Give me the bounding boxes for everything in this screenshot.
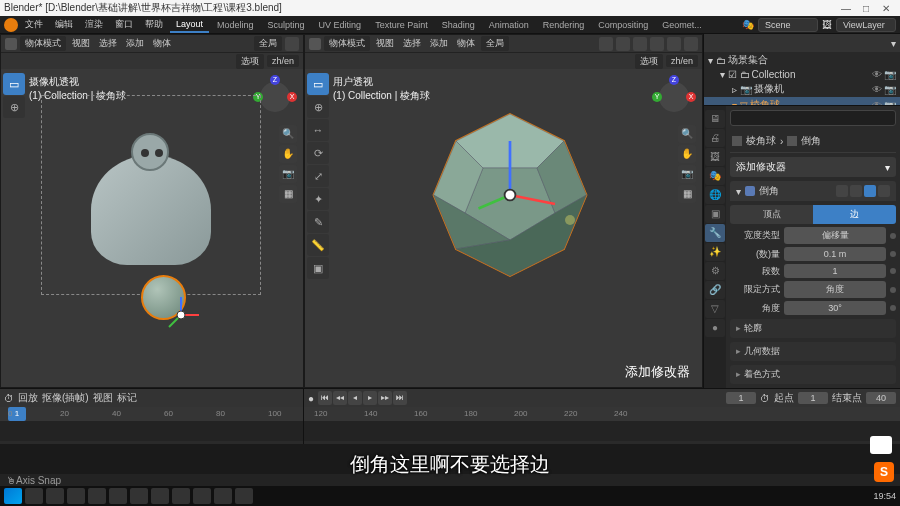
- vp-menu-object[interactable]: 物体: [150, 36, 174, 51]
- tool-scale[interactable]: ⤢: [307, 165, 329, 187]
- mode-select[interactable]: 物体模式: [324, 36, 370, 51]
- tab-modifier[interactable]: 🔧: [705, 224, 725, 242]
- outliner-scene-collection[interactable]: ▾ 🗀 场景集合: [704, 52, 900, 68]
- subpanel-geometry[interactable]: 几何数据: [730, 342, 896, 361]
- outliner[interactable]: ▾ ▾ 🗀 场景集合 ▾ ☑ 🗀 Collection 👁📷 ▹ 📷 摄像机 👁…: [704, 34, 900, 106]
- mode-select[interactable]: 物体模式: [20, 36, 66, 51]
- tool-rotate[interactable]: ⟳: [307, 142, 329, 164]
- scene-field[interactable]: Scene: [758, 18, 818, 32]
- mod-render-icon[interactable]: [864, 185, 876, 197]
- orient-select[interactable]: 全局: [254, 36, 282, 51]
- shade-solid-button[interactable]: [650, 37, 664, 51]
- render-icon[interactable]: 📷: [884, 69, 896, 80]
- tab-constraint[interactable]: 🔗: [705, 281, 725, 299]
- dopesheet[interactable]: ⏱ 回放 抠像(插帧) 视图 标记 1 0 20 40 60 80 100: [0, 389, 304, 444]
- tool-select[interactable]: ▭: [307, 73, 329, 95]
- tab-scene[interactable]: 🎭: [705, 167, 725, 185]
- vp-menu-select[interactable]: 选择: [400, 36, 424, 51]
- taskbar-app[interactable]: [172, 488, 190, 504]
- snap-button[interactable]: [285, 37, 299, 51]
- subpanel-profile[interactable]: 轮廓: [730, 319, 896, 338]
- vp-menu-add[interactable]: 添加: [123, 36, 147, 51]
- mod-menu-icon[interactable]: [878, 185, 890, 197]
- vp-menu-object[interactable]: 物体: [454, 36, 478, 51]
- viewlayer-field[interactable]: ViewLayer: [836, 18, 896, 32]
- taskbar-app[interactable]: [235, 488, 253, 504]
- taskbar-app[interactable]: [88, 488, 106, 504]
- tool-transform[interactable]: ✦: [307, 188, 329, 210]
- tool-select[interactable]: ▭: [3, 73, 25, 95]
- icosphere-main[interactable]: [415, 105, 605, 285]
- mod-edit-icon[interactable]: [836, 185, 848, 197]
- start-frame-field[interactable]: 1: [798, 392, 828, 404]
- tab-animation[interactable]: Animation: [483, 18, 535, 32]
- tab-layout[interactable]: Layout: [170, 17, 209, 33]
- taskbar-app[interactable]: [25, 488, 43, 504]
- seg-edge[interactable]: 边: [813, 205, 896, 224]
- tab-world[interactable]: 🌐: [705, 186, 725, 204]
- play-button[interactable]: ▸: [363, 391, 377, 405]
- timeline[interactable]: ● ⏮ ◂◂ ◂ ▸ ▸▸ ⏭ 1 ⏱ 起点 1 结束点 40 120 140 …: [304, 389, 900, 444]
- minimize-button[interactable]: —: [836, 3, 856, 14]
- tl-menu-playback[interactable]: 回放: [18, 391, 38, 405]
- lang-dd[interactable]: zh/en: [267, 55, 299, 67]
- clock-icon[interactable]: ⏱: [760, 393, 770, 404]
- tool-move[interactable]: ↔: [307, 119, 329, 141]
- tab-modeling[interactable]: Modeling: [211, 18, 260, 32]
- tab-particles[interactable]: ✨: [705, 243, 725, 261]
- tab-rendering[interactable]: Rendering: [537, 18, 591, 32]
- tool-measure[interactable]: 📏: [307, 234, 329, 256]
- nav-gizmo-right[interactable]: X Y Z: [652, 75, 696, 119]
- taskbar-app[interactable]: [193, 488, 211, 504]
- editor-type-icon[interactable]: ⏱: [4, 393, 14, 404]
- tab-physics[interactable]: ⚙: [705, 262, 725, 280]
- seg-vertex[interactable]: 顶点: [730, 205, 813, 224]
- taskbar-clock[interactable]: 19:54: [873, 491, 896, 501]
- zoom-button[interactable]: 🔍: [678, 125, 696, 143]
- tl-menu-marker[interactable]: 标记: [117, 391, 137, 405]
- tool-cursor[interactable]: ⊕: [307, 96, 329, 118]
- subpanel-shading[interactable]: 着色方式: [730, 365, 896, 384]
- viewport-right[interactable]: 物体模式 视图 选择 添加 物体 全局 选项 zh/en ▭ ⊕ ↔ ⟳ ⤢ ✦…: [304, 34, 703, 388]
- editor-type-icon[interactable]: [309, 38, 321, 50]
- options-dd[interactable]: 选项: [635, 54, 663, 69]
- lang-dd[interactable]: zh/en: [666, 55, 698, 67]
- overlay-button[interactable]: [599, 37, 613, 51]
- tab-geometry[interactable]: Geomet...: [656, 18, 708, 32]
- vp-menu-add[interactable]: 添加: [427, 36, 451, 51]
- orient-select[interactable]: 全局: [481, 36, 509, 51]
- taskbar-app[interactable]: [109, 488, 127, 504]
- persp-button[interactable]: ▦: [678, 185, 696, 203]
- tab-data[interactable]: ▽: [705, 300, 725, 318]
- visibility-icon[interactable]: 👁: [872, 69, 882, 80]
- tab-sculpting[interactable]: Sculpting: [262, 18, 311, 32]
- taskbar-app[interactable]: [214, 488, 232, 504]
- xray-button[interactable]: [616, 37, 630, 51]
- transform-gizmo[interactable]: [161, 295, 201, 335]
- tool-annotate[interactable]: ✎: [307, 211, 329, 233]
- props-search[interactable]: [730, 110, 896, 126]
- vp-menu-view[interactable]: 视图: [69, 36, 93, 51]
- menu-help[interactable]: 帮助: [140, 16, 168, 33]
- camera-button[interactable]: 📷: [279, 165, 297, 183]
- current-frame-field[interactable]: 1: [726, 392, 756, 404]
- play-rev-button[interactable]: ◂: [348, 391, 362, 405]
- options-dd[interactable]: 选项: [236, 54, 264, 69]
- taskbar-app[interactable]: [130, 488, 148, 504]
- start-button[interactable]: [4, 488, 22, 504]
- outliner-collection[interactable]: ▾ ☑ 🗀 Collection 👁📷: [704, 68, 900, 81]
- tab-object[interactable]: ▣: [705, 205, 725, 223]
- tab-uv[interactable]: UV Editing: [313, 18, 368, 32]
- tl-menu-keying[interactable]: 抠像(插帧): [42, 391, 89, 405]
- jump-end-button[interactable]: ⏭: [393, 391, 407, 405]
- taskbar-app[interactable]: [151, 488, 169, 504]
- tab-output[interactable]: 🖨: [705, 129, 725, 147]
- tab-texpaint[interactable]: Texture Paint: [369, 18, 434, 32]
- vp-menu-view[interactable]: 视图: [373, 36, 397, 51]
- shade-matprev-button[interactable]: [667, 37, 681, 51]
- bilibili-icon[interactable]: [870, 436, 892, 454]
- shade-render-button[interactable]: [684, 37, 698, 51]
- add-modifier-dropdown[interactable]: 添加修改器▾: [730, 157, 896, 177]
- modifier-panel-header[interactable]: ▾ 倒角: [730, 181, 896, 201]
- outliner-item-icosphere[interactable]: ▾ ▽ 棱角球 👁📷: [704, 97, 900, 106]
